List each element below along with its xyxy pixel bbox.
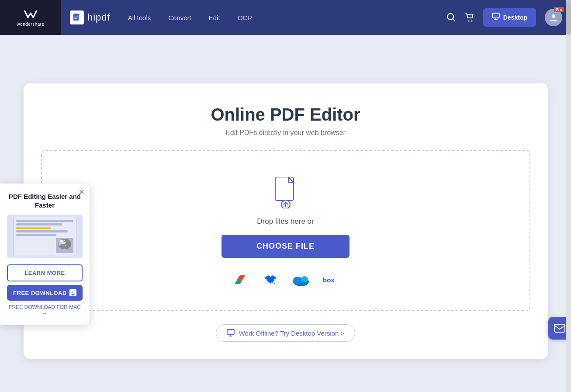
popup-image-content: [16, 220, 73, 237]
avatar-wrap: Pro: [545, 9, 562, 26]
nav-links: All tools Convert Edit OCR: [128, 14, 252, 21]
dropbox-icon[interactable]: [262, 271, 279, 288]
box-icon[interactable]: box: [323, 271, 340, 288]
popup-close-button[interactable]: ✕: [79, 188, 84, 196]
popup-panel: ✕ PDF Editing Easier and Faster LEARN MO…: [0, 184, 90, 325]
svg-point-3: [447, 14, 453, 20]
desktop-button[interactable]: Desktop: [483, 8, 536, 27]
nav-ocr[interactable]: OCR: [238, 14, 252, 21]
nav-actions: Desktop Pro: [446, 8, 562, 27]
page-subtitle: Edit PDFs directly in your web browser: [41, 129, 530, 137]
svg-rect-56: [554, 324, 565, 332]
navbar: wondershare hipdf All tools Convert Edit…: [0, 0, 571, 35]
onedrive-icon[interactable]: [292, 271, 310, 288]
svg-rect-2: [74, 18, 77, 19]
wondershare-icon: [23, 9, 38, 21]
hipdf-icon: [70, 10, 84, 24]
svg-marker-46: [237, 275, 245, 280]
google-drive-icon[interactable]: [231, 271, 249, 288]
svg-rect-1: [74, 17, 78, 17]
popup-image-preview: [13, 217, 76, 256]
popup-free-download-button[interactable]: FREE DOWNLOAD: [7, 285, 83, 301]
wondershare-logo: wondershare: [0, 0, 61, 35]
cloud-icons-row: box: [231, 271, 340, 288]
svg-point-10: [552, 14, 555, 18]
hipdf-name: hipdf: [87, 12, 111, 23]
desktop-cta: Work Offline? Try Desktop Version >: [41, 324, 530, 342]
svg-line-4: [453, 19, 455, 22]
drop-text: Drop files here or: [257, 217, 314, 226]
desktop-cta-label: Work Offline? Try Desktop Version >: [239, 330, 345, 337]
pro-badge: Pro: [554, 7, 564, 12]
cart-button[interactable]: [465, 13, 474, 22]
desktop-btn-label: Desktop: [503, 14, 527, 21]
page-title: Online PDF Editor: [41, 105, 530, 125]
svg-point-6: [471, 21, 472, 22]
wondershare-text: wondershare: [17, 22, 44, 27]
nav-edit[interactable]: Edit: [209, 14, 220, 21]
svg-point-49: [301, 276, 308, 282]
svg-marker-43: [235, 280, 242, 284]
drop-zone[interactable]: Drop files here or CHOOSE FILE: [41, 150, 530, 311]
choose-file-button[interactable]: CHOOSE FILE: [221, 235, 350, 258]
popup-learn-more-button[interactable]: LEARN MORE: [7, 264, 83, 281]
editor-card: Online PDF Editor Edit PDFs directly in …: [24, 83, 548, 359]
svg-rect-51: [227, 330, 234, 334]
monitor-icon: [492, 13, 500, 22]
scrollbar-thumb[interactable]: [566, 0, 571, 35]
popup-image: [7, 215, 83, 258]
nav-all-tools[interactable]: All tools: [128, 14, 151, 21]
nav-convert[interactable]: Convert: [168, 14, 191, 21]
scrollbar[interactable]: [566, 0, 571, 392]
svg-text:box: box: [323, 276, 335, 284]
popup-mac-download-link[interactable]: FREE DOWNLOAD FOR MAC →: [7, 304, 83, 316]
svg-rect-7: [492, 13, 499, 18]
svg-point-48: [293, 277, 302, 284]
search-button[interactable]: [446, 13, 456, 22]
hipdf-brand: hipdf: [70, 10, 111, 24]
desktop-cta-button[interactable]: Work Offline? Try Desktop Version >: [216, 324, 356, 342]
popup-title: PDF Editing Easier and Faster: [7, 192, 83, 209]
svg-point-5: [468, 21, 469, 22]
upload-icon: [272, 177, 300, 208]
